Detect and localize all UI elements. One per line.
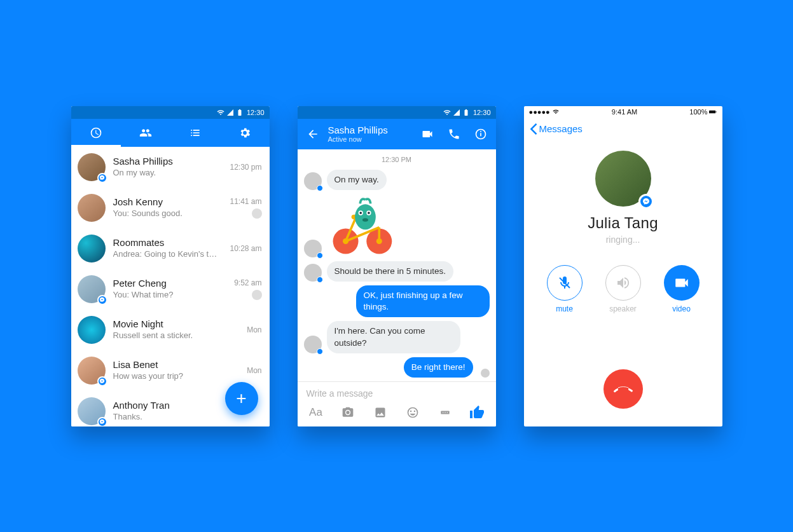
avatar xyxy=(304,264,322,282)
thumbs-up-icon xyxy=(469,405,485,420)
emoji-button[interactable] xyxy=(403,405,422,420)
conversation-item[interactable]: Movie NightRussell sent a sticker. Mon xyxy=(71,310,270,350)
conversation-name: Sasha Phillips xyxy=(113,156,217,168)
conversations-screen: 12:30 Sasha PhillipsOn my way. 12:30 pm … xyxy=(71,106,270,426)
avatar xyxy=(78,316,106,344)
conversation-name: Roommates xyxy=(113,237,217,249)
mute-label: mute xyxy=(556,304,573,313)
call-status: ringing... xyxy=(606,235,640,245)
seen-indicator-icon xyxy=(481,369,490,378)
thread-body[interactable]: 12:30 PM On my way. Should be xyxy=(298,149,496,381)
avatar xyxy=(78,153,106,181)
contact-avatar xyxy=(595,151,651,207)
message-input[interactable]: Write a message xyxy=(298,382,496,402)
messenger-badge-icon xyxy=(97,417,107,426)
contact-name: Julia Tang xyxy=(588,214,658,232)
message-bubble: Should be there in 5 minutes. xyxy=(327,261,454,282)
message-out: Be right there! xyxy=(304,357,490,378)
conversation-name: Josh Kenny xyxy=(113,196,217,208)
messenger-badge-icon xyxy=(317,252,323,259)
avatar xyxy=(304,172,322,190)
conversation-preview: On my way. xyxy=(113,168,217,178)
hangup-button[interactable] xyxy=(603,369,643,409)
conversation-item[interactable]: Josh KennyYou: Sounds good. 11:41 am xyxy=(71,188,270,228)
composer: Write a message Aa xyxy=(298,381,496,426)
call-actions: mute speaker video xyxy=(547,265,700,313)
avatar xyxy=(78,397,106,425)
svg-point-9 xyxy=(368,212,370,214)
sticker-icon xyxy=(327,194,397,257)
wifi-icon xyxy=(443,109,451,116)
messenger-badge-icon xyxy=(97,173,107,183)
conversation-name: Peter Cheng xyxy=(113,278,217,290)
conversation-name: Lisa Benet xyxy=(113,359,217,371)
more-button[interactable] xyxy=(436,405,455,420)
hangup-icon xyxy=(614,379,633,399)
people-icon xyxy=(139,126,152,139)
svg-point-10 xyxy=(362,218,368,221)
gear-icon xyxy=(238,126,251,139)
tab-groups[interactable] xyxy=(170,119,220,147)
conversation-preview: Russell sent a sticker. xyxy=(113,331,217,341)
avatar xyxy=(78,275,106,303)
gallery-button[interactable] xyxy=(371,405,390,420)
messenger-badge-icon xyxy=(317,276,323,283)
speaker-label: speaker xyxy=(609,304,637,313)
clock-icon xyxy=(90,126,102,139)
video-label: video xyxy=(672,304,691,313)
conversation-item[interactable]: Sasha PhillipsOn my way. 12:30 pm xyxy=(71,147,270,188)
camera-button[interactable] xyxy=(338,405,357,420)
mute-button[interactable]: mute xyxy=(547,265,583,313)
camera-icon xyxy=(341,406,354,419)
battery-text: 100% xyxy=(689,108,707,116)
messenger-badge-icon xyxy=(317,348,323,355)
ios-nav: Messages xyxy=(524,118,722,140)
text-format-button[interactable]: Aa xyxy=(307,405,326,420)
like-button[interactable] xyxy=(467,405,486,420)
svg-point-12 xyxy=(443,412,444,413)
message-bubble: On my way. xyxy=(327,170,387,190)
carrier-dots-icon: ●●●●● xyxy=(529,108,550,116)
video-button[interactable]: video xyxy=(664,265,700,313)
battery-icon xyxy=(236,109,244,116)
tab-settings[interactable] xyxy=(220,119,270,147)
mic-off-icon xyxy=(557,275,572,290)
conversation-time: 9:52 am xyxy=(234,278,261,287)
svg-rect-15 xyxy=(709,110,715,113)
call-body: Julia Tang ringing... mute speaker video xyxy=(524,140,722,426)
thread-title: Sasha Phillips xyxy=(328,125,412,135)
speaker-button[interactable]: speaker xyxy=(605,265,641,313)
ios-status-bar: ●●●●● 9:41 AM 100% xyxy=(524,106,722,118)
audio-call-button[interactable] xyxy=(443,123,465,146)
android-status-bar: 12:30 xyxy=(298,106,496,119)
call-screen: ●●●●● 9:41 AM 100% Messages Julia Tang r… xyxy=(524,106,722,426)
conversation-item[interactable]: RoommatesAndrea: Going to Kevin's tonigh… xyxy=(71,228,270,269)
messenger-badge-icon xyxy=(317,185,323,191)
conversation-time: 11:41 am xyxy=(230,197,261,206)
conversation-preview: How was your trip? xyxy=(113,371,217,381)
status-time: 9:41 AM xyxy=(612,108,637,116)
message-out: OK, just finishing up a few things. xyxy=(304,285,490,317)
info-button[interactable] xyxy=(469,123,492,146)
video-call-button[interactable] xyxy=(416,123,439,146)
tab-people[interactable] xyxy=(121,119,170,147)
battery-icon xyxy=(709,109,717,115)
compose-button[interactable]: + xyxy=(225,382,258,415)
image-icon xyxy=(374,406,387,419)
avatar xyxy=(78,194,106,222)
conversation-preview: Thanks. xyxy=(113,412,217,422)
tab-recents[interactable] xyxy=(71,119,121,147)
conversation-item[interactable]: Peter ChengYou: What time? 9:52 am xyxy=(71,269,270,310)
status-time: 12:30 xyxy=(473,109,491,116)
conversation-name: Anthony Tran xyxy=(113,400,217,412)
chevron-left-icon xyxy=(529,123,538,135)
back-button[interactable]: Messages xyxy=(529,123,583,135)
svg-point-14 xyxy=(446,412,448,413)
sender-avatar-icon xyxy=(252,290,262,300)
avatar xyxy=(78,357,106,385)
message-in: I'm here. Can you come outside? xyxy=(304,321,490,353)
plus-icon: + xyxy=(236,388,246,409)
svg-point-13 xyxy=(445,412,446,413)
back-button[interactable] xyxy=(301,123,324,146)
avatar xyxy=(304,336,322,353)
